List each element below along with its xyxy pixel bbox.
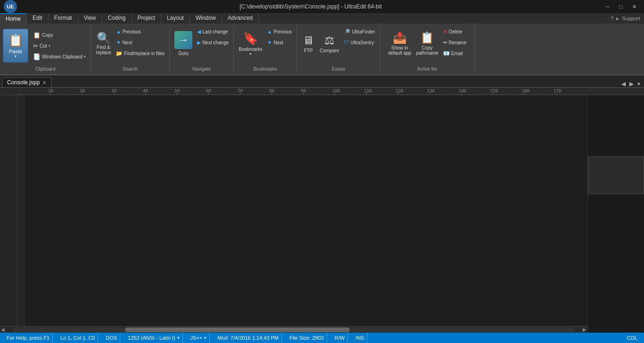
minimize-button[interactable]: ─: [602, 2, 614, 11]
email-button[interactable]: 📧 Email: [441, 48, 469, 58]
ribbon-group-search: 🔍 Find & replace ▲ Previous ▼ Next 📂: [91, 25, 170, 73]
ribbon-tab-layout[interactable]: Layout: [161, 13, 190, 24]
ruler: [0, 88, 644, 95]
goto-icon: →: [178, 34, 189, 46]
cut-button[interactable]: ✂ Cut ▾: [31, 41, 88, 51]
goto-button[interactable]: → Goto: [173, 26, 194, 60]
activefile-label: Active file: [380, 66, 474, 72]
ultrafinder-button[interactable]: 🔎 UltraFinder: [342, 26, 377, 37]
main-area: Console.jspp ✕ ◀ ▶ ▾: [0, 75, 644, 333]
ribbon-tab-advanced[interactable]: Advanced: [222, 13, 259, 24]
prev-bookmark-button[interactable]: ▲ Previous: [265, 26, 294, 37]
ribbon-tab-home[interactable]: Home: [0, 13, 27, 24]
find-replace-files-button[interactable]: 📂 Find/replace in files: [114, 48, 166, 58]
copy-path-button[interactable]: 📋 Copy path/name: [414, 26, 440, 60]
copy-icon: 📋: [33, 32, 41, 39]
h-scroll-thumb[interactable]: [125, 327, 350, 332]
delete-button[interactable]: ✕ Delete: [441, 26, 469, 37]
format-text: DOS: [106, 335, 117, 341]
position-text: Ln 1, Col 1, C0: [60, 335, 95, 341]
clipboard-label: Clipboard: [0, 66, 91, 72]
status-language[interactable]: JS++ ▾: [188, 333, 210, 343]
bookmarks-label: Bookmarks: [234, 66, 297, 72]
status-bar: For Help, press F1 Ln 1, Col 1, C0 DOS 1…: [0, 333, 644, 343]
bookmark-icon: 🔖: [243, 31, 258, 46]
paste-button[interactable]: 📋 Paste ▾: [3, 29, 28, 63]
compare-button[interactable]: ⚖ Compare: [318, 26, 341, 60]
minimap-viewport[interactable]: [588, 156, 644, 194]
email-icon: 📧: [443, 50, 450, 57]
window-controls: ─ □ ✕: [602, 2, 640, 11]
modified-text: Mod: 7/4/2016 1:14:43 PM: [217, 335, 279, 341]
rename-button[interactable]: ✏ Rename: [441, 37, 469, 48]
tab-label: Console.jspp: [7, 79, 40, 86]
clipboard-col: 📋 Copy ✂ Cut ▾ 📑 Windows Clipboard ▾: [31, 30, 88, 62]
cut-icon: ✂: [33, 42, 38, 49]
tab-console-jspp[interactable]: Console.jspp ✕: [2, 77, 51, 87]
next-bookmark-button[interactable]: ▼ Next: [265, 37, 294, 48]
ftp-button[interactable]: 🖥 FTP: [300, 26, 317, 60]
h-scroll-right[interactable]: ▶: [583, 327, 586, 332]
title-bar: UE [C:\develop\stdlib\System\Console.jsp…: [0, 0, 644, 13]
horizontal-scrollbar[interactable]: ◀ ▶: [0, 326, 587, 333]
language-dropdown[interactable]: ▾: [204, 335, 206, 340]
tab-scroll-right[interactable]: ▶: [627, 81, 636, 87]
ribbon-tab-view[interactable]: View: [78, 13, 102, 24]
status-encoding[interactable]: 1252 (ANSI - Latin I) ▾: [125, 333, 182, 343]
bookmarks-button[interactable]: 🔖 Bookmarks ▾: [237, 26, 264, 60]
code-area[interactable]: [25, 95, 587, 326]
prev-icon: ▲: [116, 29, 121, 34]
ribbon-tab-project[interactable]: Project: [132, 13, 161, 24]
line-numbers: [0, 95, 17, 326]
next-change-icon: ▶: [197, 40, 201, 46]
ribbon-tab-coding[interactable]: Coding: [102, 13, 132, 24]
previous-button[interactable]: ▲ Previous: [114, 26, 166, 37]
bookmarks-col: ▲ Previous ▼ Next: [265, 26, 294, 48]
encoding-dropdown[interactable]: ▾: [177, 335, 180, 340]
find-files-icon: 📂: [116, 50, 123, 57]
window-title: [C:\develop\stdlib\System\Console.jspp] …: [20, 3, 602, 10]
ribbon-group-clipboard: 📋 Paste ▾ 📋 Copy ✂ Cut ▾ 📑: [0, 25, 91, 73]
search-icon[interactable]: ▸: [616, 16, 619, 22]
last-change-button[interactable]: ◀ Last change: [195, 26, 231, 37]
ribbon-tab-window[interactable]: Window: [190, 13, 222, 24]
tab-scroll: ◀ ▶ ▾: [619, 81, 642, 87]
prev-bookmark-icon: ▲: [267, 29, 272, 34]
status-mode: R/W: [332, 333, 348, 343]
tab-scroll-left[interactable]: ◀: [619, 81, 627, 87]
insert-text: INS: [355, 335, 364, 341]
tab-dropdown[interactable]: ▾: [636, 81, 642, 87]
ribbon-tab-edit[interactable]: Edit: [27, 13, 49, 24]
search-col: ▲ Previous ▼ Next 📂 Find/replace in file…: [114, 26, 166, 58]
next-bookmark-icon: ▼: [267, 40, 272, 45]
code-container: [0, 95, 587, 326]
next-change-button[interactable]: ▶ Next change: [195, 37, 231, 48]
status-col: COL: [624, 333, 640, 343]
extras-col: 🔎 UltraFinder 🛡 UltraSentry: [342, 26, 377, 48]
minimap[interactable]: [587, 95, 644, 333]
windows-clipboard-button[interactable]: 📑 Windows Clipboard ▾: [31, 51, 88, 62]
status-format[interactable]: DOS: [103, 333, 120, 343]
support-label[interactable]: Support: [622, 16, 640, 21]
activefile-col: ✕ Delete ✏ Rename 📧 Email: [441, 26, 469, 58]
ribbon: 📋 Paste ▾ 📋 Copy ✂ Cut ▾ 📑: [0, 24, 644, 75]
copy-button[interactable]: 📋 Copy: [31, 30, 88, 40]
h-scroll-left[interactable]: ◀: [1, 327, 5, 332]
find-replace-button[interactable]: 🔍 Find & replace: [94, 26, 113, 60]
help-text: For Help, press F1: [7, 335, 50, 341]
h-scroll-track[interactable]: [12, 327, 575, 332]
close-button[interactable]: ✕: [628, 2, 640, 11]
ultrasentry-button[interactable]: 🛡 UltraSentry: [342, 37, 377, 48]
show-default-app-button[interactable]: 📤 Show in default app: [386, 26, 413, 60]
next-button[interactable]: ▼ Next: [114, 37, 166, 48]
find-icon: 🔍: [97, 32, 111, 45]
last-change-icon: ◀: [197, 29, 201, 35]
ribbon-tab-bar: Home Edit Format View Coding Project Lay…: [0, 13, 644, 24]
status-insert: INS: [353, 333, 367, 343]
help-icon[interactable]: ?: [611, 16, 613, 21]
delete-icon: ✕: [443, 29, 447, 35]
maximize-button[interactable]: □: [615, 2, 627, 11]
tab-close-icon[interactable]: ✕: [42, 80, 46, 85]
ribbon-tab-format[interactable]: Format: [49, 13, 78, 24]
ribbon-group-activefile: 📤 Show in default app 📋 Copy path/name ✕…: [380, 25, 475, 73]
